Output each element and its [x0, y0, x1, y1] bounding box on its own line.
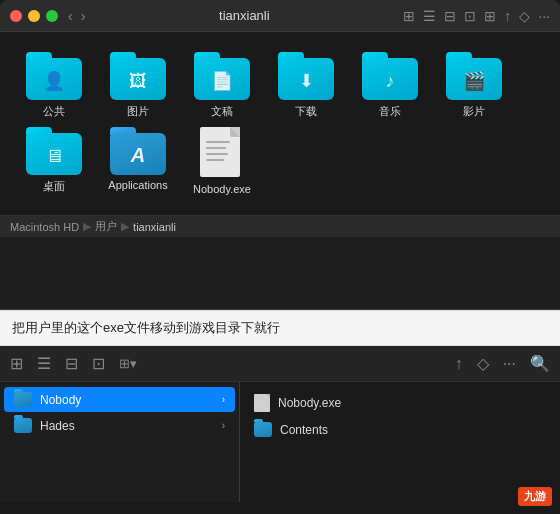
back-button[interactable]: ‹ [68, 8, 73, 24]
folder-applications-icon: A [110, 127, 166, 175]
title-bar: ‹ › tianxianli ⊞ ☰ ⊟ ⊡ ⊞ ↑ ◇ ··· [0, 0, 560, 32]
bottom-arrange-icon[interactable]: ⊞▾ [119, 356, 137, 371]
folder-wenzhang-icon: 📄 [194, 52, 250, 100]
nobody-folder-icon [14, 392, 32, 407]
finder-window: ‹ › tianxianli ⊞ ☰ ⊟ ⊡ ⊞ ↑ ◇ ··· 👤 公共 [0, 0, 560, 310]
split-pane: Nobody › Hades › Nobody.exe Contents [0, 382, 560, 502]
more-icon[interactable]: ··· [538, 8, 550, 24]
nobody-chevron: › [222, 394, 225, 405]
share-icon[interactable]: ↑ [504, 8, 511, 24]
folder-yingpian-icon: 🎬 [446, 52, 502, 100]
folder-applications[interactable]: A Applications [102, 127, 174, 195]
right-item-contents[interactable]: Contents [248, 418, 552, 441]
tag-icon[interactable]: ◇ [519, 8, 530, 24]
breadcrumb-part2[interactable]: 用户 [95, 219, 117, 234]
arrange-icon[interactable]: ⊞ [484, 8, 496, 24]
traffic-lights [10, 10, 58, 22]
breadcrumb-part1[interactable]: Macintosh HD [10, 221, 79, 233]
file-nobody-exe-icon [200, 127, 244, 179]
maximize-button[interactable] [46, 10, 58, 22]
bottom-share-icon[interactable]: ↑ [455, 355, 463, 373]
instruction-bar: 把用户里的这个exe文件移动到游戏目录下就行 [0, 310, 560, 346]
bottom-toolbar: ⊞ ☰ ⊟ ⊡ ⊞▾ ↑ ◇ ··· 🔍 [0, 346, 560, 382]
folder-wenzhang[interactable]: 📄 文稿 [186, 52, 258, 119]
nobody-label: Nobody [40, 393, 222, 407]
bottom-column-icon[interactable]: ⊟ [65, 354, 78, 373]
right-contents-label: Contents [280, 423, 328, 437]
hades-folder-icon [14, 418, 32, 433]
column-view-icon[interactable]: ⊟ [444, 8, 456, 24]
bottom-finder: ⊞ ☰ ⊟ ⊡ ⊞▾ ↑ ◇ ··· 🔍 Nobody › Hades › [0, 346, 560, 502]
folder-xiazai[interactable]: ⬇ 下载 [270, 52, 342, 119]
bottom-search-icon[interactable]: 🔍 [530, 354, 550, 373]
right-item-nobody-exe[interactable]: Nobody.exe [248, 390, 552, 416]
window-title: tianxianli [85, 8, 403, 23]
status-bar: Macintosh HD ▶ 用户 ▶ tianxianli [0, 215, 560, 237]
list-item-nobody[interactable]: Nobody › [4, 387, 235, 412]
breadcrumb-current: tianxianli [133, 221, 176, 233]
grid-view-icon[interactable]: ⊞ [403, 8, 415, 24]
left-pane: Nobody › Hades › [0, 382, 240, 502]
file-nobody-exe[interactable]: Nobody.exe [186, 127, 258, 195]
folder-zhuomian[interactable]: 🖥 桌面 [18, 127, 90, 195]
right-nobody-exe-icon [254, 394, 270, 412]
nav-buttons: ‹ › [68, 8, 85, 24]
list-view-icon[interactable]: ☰ [423, 8, 436, 24]
title-actions: ⊞ ☰ ⊟ ⊡ ⊞ ↑ ◇ ··· [403, 8, 550, 24]
bottom-gallery-icon[interactable]: ⊡ [92, 354, 105, 373]
right-nobody-exe-label: Nobody.exe [278, 396, 341, 410]
folder-yinyue-icon: ♪ [362, 52, 418, 100]
hades-chevron: › [222, 420, 225, 431]
right-contents-icon [254, 422, 272, 437]
right-pane: Nobody.exe Contents [240, 382, 560, 502]
gallery-view-icon[interactable]: ⊡ [464, 8, 476, 24]
folder-xiazai-icon: ⬇ [278, 52, 334, 100]
folder-tupian-icon: 🖼 [110, 52, 166, 100]
folder-tupian[interactable]: 🖼 图片 [102, 52, 174, 119]
bottom-tag-icon[interactable]: ◇ [477, 354, 489, 373]
folder-yingpian[interactable]: 🎬 影片 [438, 52, 510, 119]
bottom-grid-icon[interactable]: ⊞ [10, 354, 23, 373]
watermark: 九游 [518, 487, 552, 506]
breadcrumb-sep2: ▶ [121, 220, 129, 233]
hades-label: Hades [40, 419, 222, 433]
instruction-text: 把用户里的这个exe文件移动到游戏目录下就行 [12, 320, 280, 335]
folder-zhuomian-icon: 🖥 [26, 127, 82, 175]
folder-gong[interactable]: 👤 公共 [18, 52, 90, 119]
folder-yinyue[interactable]: ♪ 音乐 [354, 52, 426, 119]
bottom-more-icon[interactable]: ··· [503, 355, 516, 373]
folder-gong-icon: 👤 [26, 52, 82, 100]
list-item-hades[interactable]: Hades › [4, 413, 235, 438]
minimize-button[interactable] [28, 10, 40, 22]
close-button[interactable] [10, 10, 22, 22]
file-grid: 👤 公共 🖼 图片 📄 文稿 [0, 32, 560, 215]
bottom-list-icon[interactable]: ☰ [37, 354, 51, 373]
breadcrumb-sep1: ▶ [83, 220, 91, 233]
